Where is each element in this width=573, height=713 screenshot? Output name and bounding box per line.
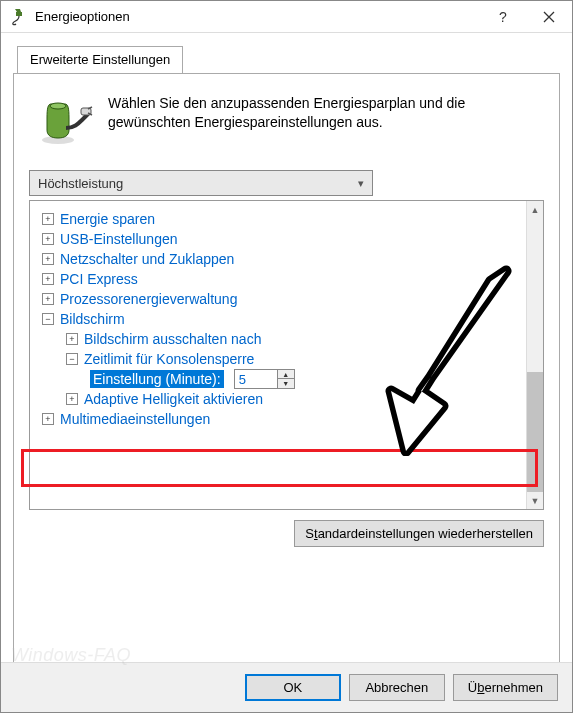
- tree-label: Multimediaeinstellungen: [60, 411, 210, 427]
- titlebar: Energieoptionen ?: [1, 1, 572, 33]
- settings-tree-box: +Energie sparen +USB-Einstellungen +Netz…: [29, 200, 544, 510]
- tree-node[interactable]: +Multimediaeinstellungen: [36, 409, 520, 429]
- expand-icon[interactable]: +: [42, 293, 54, 305]
- tree-label: USB-Einstellungen: [60, 231, 178, 247]
- tab-advanced-settings[interactable]: Erweiterte Einstellungen: [17, 46, 183, 74]
- tree-node[interactable]: +USB-Einstellungen: [36, 229, 520, 249]
- intro-row: Wählen Sie den anzupassenden Energiespar…: [26, 88, 547, 164]
- setting-value-input[interactable]: [235, 370, 277, 388]
- dialog-window: Energieoptionen ? Erweiterte Einstellung…: [0, 0, 573, 713]
- settings-tree[interactable]: +Energie sparen +USB-Einstellungen +Netz…: [30, 201, 526, 509]
- tree-scrollbar[interactable]: ▲ ▼: [526, 201, 543, 509]
- power-icon: [9, 7, 29, 27]
- dialog-footer: OK Abbrechen Übernehmen: [1, 662, 572, 712]
- close-icon: [543, 11, 555, 23]
- svg-point-1: [50, 103, 66, 109]
- setting-label: Einstellung (Minute):: [90, 370, 224, 388]
- power-plan-selected: Höchstleistung: [38, 176, 123, 191]
- tab-page: Wählen Sie den anzupassenden Energiespar…: [13, 73, 560, 669]
- client-area: Erweiterte Einstellungen Wählen Sie: [1, 33, 572, 681]
- tree-label: Bildschirm: [60, 311, 125, 327]
- tree-node[interactable]: +Adaptive Helligkeit aktivieren: [36, 389, 520, 409]
- expand-icon[interactable]: +: [42, 413, 54, 425]
- power-plan-combo[interactable]: Höchstleistung ▾: [29, 170, 373, 196]
- expand-icon[interactable]: +: [66, 393, 78, 405]
- window-title: Energieoptionen: [35, 9, 480, 24]
- tree-setting-row: Einstellung (Minute): ▲ ▼: [36, 369, 520, 389]
- tree-label: Adaptive Helligkeit aktivieren: [84, 391, 263, 407]
- close-button[interactable]: [526, 2, 572, 32]
- collapse-icon[interactable]: −: [42, 313, 54, 325]
- collapse-icon[interactable]: −: [66, 353, 78, 365]
- expand-icon[interactable]: +: [66, 333, 78, 345]
- apply-button[interactable]: Übernehmen: [453, 674, 558, 701]
- scroll-up-button[interactable]: ▲: [527, 201, 543, 218]
- chevron-down-icon: ▾: [358, 177, 364, 190]
- scroll-down-button[interactable]: ▼: [527, 492, 543, 509]
- intro-text: Wählen Sie den anzupassenden Energiespar…: [108, 94, 535, 150]
- tree-node[interactable]: +Prozessorenergieverwaltung: [36, 289, 520, 309]
- tree-label: Netzschalter und Zuklappen: [60, 251, 234, 267]
- help-button[interactable]: ?: [480, 2, 526, 32]
- tree-node[interactable]: −Bildschirm: [36, 309, 520, 329]
- tree-node[interactable]: +Energie sparen: [36, 209, 520, 229]
- spin-down-button[interactable]: ▼: [278, 379, 294, 388]
- tree-label: Bildschirm ausschalten nach: [84, 331, 261, 347]
- expand-icon[interactable]: +: [42, 253, 54, 265]
- tree-label: Energie sparen: [60, 211, 155, 227]
- expand-icon[interactable]: +: [42, 273, 54, 285]
- expand-icon[interactable]: +: [42, 213, 54, 225]
- tree-node[interactable]: −Zeitlimit für Konsolensperre: [36, 349, 520, 369]
- expand-icon[interactable]: +: [42, 233, 54, 245]
- setting-spinner[interactable]: ▲ ▼: [234, 369, 295, 389]
- spinner-buttons: ▲ ▼: [277, 370, 294, 388]
- tree-node[interactable]: +Netzschalter und Zuklappen: [36, 249, 520, 269]
- tree-label: Zeitlimit für Konsolensperre: [84, 351, 254, 367]
- restore-defaults-button[interactable]: Standardeinstellungen wiederherstellen: [294, 520, 544, 547]
- svg-line-3: [88, 107, 92, 109]
- scroll-track-top[interactable]: [527, 218, 543, 372]
- restore-row: Standardeinstellungen wiederherstellen: [26, 520, 544, 547]
- tree-node[interactable]: +PCI Express: [36, 269, 520, 289]
- power-plan-icon: [38, 94, 94, 150]
- tree-label: Prozessorenergieverwaltung: [60, 291, 237, 307]
- scroll-thumb[interactable]: [527, 372, 543, 492]
- tree-label: PCI Express: [60, 271, 138, 287]
- spin-up-button[interactable]: ▲: [278, 370, 294, 379]
- tabstrip: Erweiterte Einstellungen: [17, 45, 560, 73]
- cancel-button[interactable]: Abbrechen: [349, 674, 445, 701]
- ok-button[interactable]: OK: [245, 674, 341, 701]
- tree-node[interactable]: +Bildschirm ausschalten nach: [36, 329, 520, 349]
